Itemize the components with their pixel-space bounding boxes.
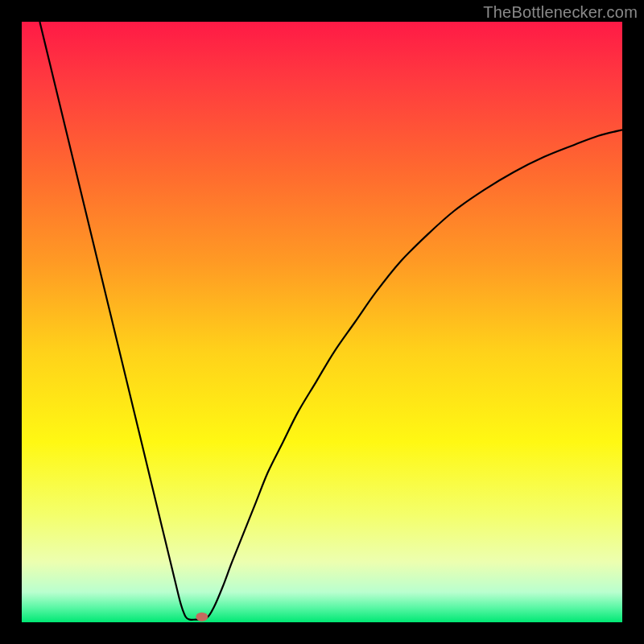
watermark-text: TheBottlenecker.com — [483, 3, 638, 22]
chart-svg — [22, 22, 622, 622]
chart-plot-area — [22, 22, 622, 622]
chart-frame: TheBottlenecker.com — [0, 0, 644, 644]
optimal-point-marker — [196, 613, 208, 621]
